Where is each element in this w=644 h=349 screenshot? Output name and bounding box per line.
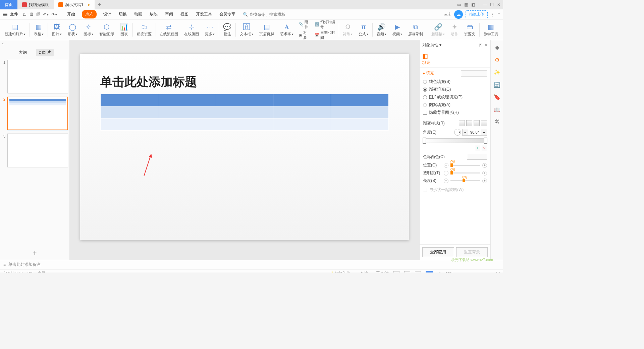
angle-minus[interactable]: − (463, 129, 468, 135)
tab-view[interactable]: 视图 (180, 10, 189, 18)
more-button[interactable]: ⋯更多▾ (202, 22, 217, 37)
tab-start[interactable]: 开始 (66, 10, 76, 18)
collapse-icon[interactable]: ⌃ (497, 12, 500, 17)
notes-bar[interactable]: ≡ 单击此处添加备注 (0, 260, 503, 269)
tab-templates[interactable]: 找稻壳模板 (17, 0, 54, 9)
tab-member[interactable]: 会员专享 (219, 10, 236, 18)
thumb-row[interactable]: 3 (1, 134, 68, 167)
header-footer-button[interactable]: ▤页眉页脚 (257, 22, 277, 37)
chart-button[interactable]: 📊图表 (117, 22, 131, 37)
notes-placeholder[interactable]: 单击此处添加备注 (8, 262, 41, 267)
layout-icon[interactable]: ▭ (457, 2, 461, 7)
thumb-row[interactable]: 1 (1, 60, 68, 93)
angle-dial[interactable] (454, 129, 461, 136)
close-button[interactable]: ✕ (497, 2, 500, 7)
angle-plus[interactable]: + (481, 129, 487, 135)
rail-book-icon[interactable]: 📖 (494, 106, 500, 113)
close-pane-icon[interactable]: ✕ (484, 43, 488, 48)
cloud-icon[interactable]: ☁ (454, 10, 463, 19)
tab-home[interactable]: 首页 (0, 0, 17, 9)
redo-icon[interactable]: ↷▾ (51, 12, 57, 17)
equation-button[interactable]: π公式▾ (356, 22, 371, 37)
style-rect[interactable] (474, 120, 480, 126)
audio-button[interactable]: 🔊音频▾ (374, 22, 389, 37)
zoom-label[interactable]: 97% (445, 271, 453, 273)
radio-pattern[interactable]: 图案填充(A) (423, 102, 487, 108)
remove-stop-button[interactable]: ✕ (482, 146, 487, 151)
package-button[interactable]: 🗃资源夹 (462, 22, 478, 37)
hyperlink-button[interactable]: 🔗超链接▾ (429, 22, 447, 37)
tab-slideshow[interactable]: 放映 (149, 10, 158, 18)
wordart-button[interactable]: 𝐀艺术字▾ (277, 22, 296, 37)
new-slide-button[interactable]: ▤新建幻灯片▾ (2, 22, 28, 37)
file-menu[interactable]: 文件 (10, 11, 18, 17)
view-sorter[interactable] (404, 271, 410, 273)
action-button[interactable]: ✦动作 (448, 22, 461, 37)
smartart-button[interactable]: ⬡智能图形 (97, 22, 117, 37)
view-normal[interactable] (393, 271, 399, 273)
gradient-bar[interactable] (423, 138, 487, 143)
resources-button[interactable]: 🗂稻壳资源 (134, 22, 154, 37)
maximize-button[interactable]: ☐ (490, 2, 494, 7)
search-box[interactable]: 🔍 (243, 12, 289, 17)
notes-toggle[interactable]: ≡ 备注 ▾ (358, 271, 371, 272)
datetime-button[interactable]: 📅 日期和时间 (315, 30, 335, 40)
pin-icon[interactable]: ⇱ (479, 43, 482, 48)
tab-animation[interactable]: 动画 (133, 10, 143, 18)
symbol-button[interactable]: Ω符号▾ (340, 22, 355, 37)
tab-outline[interactable]: 大纲 (16, 49, 30, 56)
bright-slider[interactable]: 亮度(B)−0%+ (423, 178, 487, 184)
print-icon[interactable]: 🖶 (30, 12, 34, 17)
fill-tab[interactable]: ◧ 填充 (420, 50, 490, 68)
zoom-in[interactable]: + (489, 271, 491, 273)
tab-design[interactable]: 设计 (103, 10, 112, 18)
radio-solid[interactable]: 纯色填充(S) (423, 79, 487, 85)
angle-input[interactable] (468, 130, 481, 134)
screen-record-button[interactable]: ⧉屏幕录制 (406, 22, 426, 37)
play-button[interactable]: ▶ (426, 271, 433, 273)
rail-tool-icon[interactable]: 🛠 (494, 119, 500, 125)
alpha-slider[interactable]: 透明度(T)−0%+ (423, 170, 487, 176)
view-reading[interactable] (415, 271, 421, 273)
slide-table[interactable] (100, 94, 389, 131)
rail-style-icon[interactable]: ◆ (495, 44, 499, 51)
thumb-row[interactable]: 2 (1, 97, 68, 130)
flowchart-button[interactable]: ⇄在线流程图 (157, 22, 181, 37)
undo-icon[interactable]: ↶▾ (43, 12, 49, 17)
style-linear[interactable] (459, 120, 465, 126)
search-input[interactable] (249, 12, 289, 17)
thumb-slide-2[interactable] (7, 97, 68, 130)
rail-settings-icon[interactable]: ⚙ (495, 57, 499, 63)
comment-button[interactable]: 💬批注 (220, 22, 234, 37)
slide-number-button[interactable]: 🔢 幻灯片编号 (315, 19, 335, 30)
table-button[interactable]: ▦表格▾ (31, 22, 46, 37)
zoom-out[interactable]: − (458, 271, 460, 273)
stopcolor-dropdown[interactable] (467, 154, 487, 160)
gradient-stop-2[interactable] (484, 138, 487, 144)
comment-toggle[interactable]: 💬 批注 (376, 271, 389, 272)
skin-icon[interactable]: ◧ (471, 2, 475, 7)
cloud-sync-icon[interactable]: ☁未 (443, 11, 451, 17)
video-button[interactable]: ▶视频▾ (390, 22, 405, 37)
collapse-thumb-icon[interactable]: « (0, 40, 69, 47)
gradient-stop-1[interactable] (423, 138, 426, 144)
apply-all-button[interactable]: 全部应用 (422, 247, 454, 257)
radio-picture[interactable]: 图片或纹理填充(P) (423, 94, 487, 100)
tab-insert[interactable]: 插入 (82, 10, 97, 18)
chk-hide-bg[interactable]: 隐藏背景图形(H) (423, 110, 487, 115)
tab-dev[interactable]: 开发工具 (195, 10, 213, 18)
fill-preset-dropdown[interactable] (461, 70, 487, 77)
textbox-button[interactable]: 🄰文本框▾ (237, 22, 256, 37)
picture-button[interactable]: 🖼图片▾ (49, 22, 64, 37)
style-radial[interactable] (466, 120, 472, 126)
slide-canvas[interactable]: 单击此处添加标题 (70, 40, 419, 260)
shape-button[interactable]: ◯形状▾ (65, 22, 80, 37)
position-slider[interactable]: 位置(O)−0%+ (423, 162, 487, 168)
upload-button[interactable]: 拖拽上传 (466, 10, 488, 18)
add-slide-button[interactable]: + (0, 247, 69, 260)
more-icon[interactable]: ⋮ (490, 12, 494, 17)
fit-icon[interactable]: ⤢ (438, 271, 441, 272)
rail-animation-icon[interactable]: ✨ (494, 69, 500, 76)
angle-spinner[interactable]: −+ (462, 129, 487, 136)
radio-gradient[interactable]: 渐变填充(G) (423, 87, 487, 92)
